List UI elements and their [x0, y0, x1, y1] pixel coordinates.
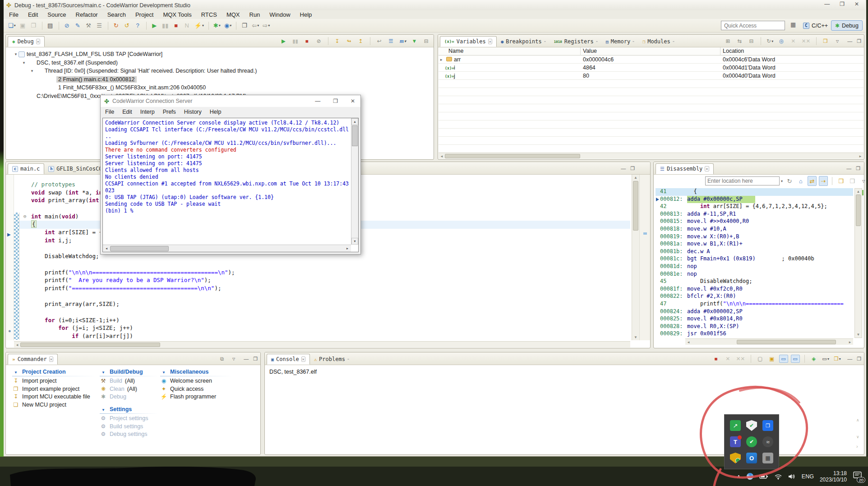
console-toolbar-icon[interactable]: ▭▾: [821, 355, 830, 363]
console-toolbar-icon[interactable]: ▢: [756, 355, 765, 363]
disassembly-toolbar-icon[interactable]: ⇢: [819, 176, 828, 186]
toolbar-icon[interactable]: ❐: [240, 21, 249, 31]
toolbar-icon[interactable]: ☰: [95, 21, 104, 31]
tray-icon[interactable]: ❐: [762, 420, 773, 431]
variables-panel-tab[interactable]: (x)= Variables ✕: [440, 36, 497, 47]
commander-item[interactable]: Flash programmer: [160, 393, 232, 401]
notification-center-icon[interactable]: 20: [853, 471, 864, 482]
speaker-icon[interactable]: [788, 473, 796, 480]
location-input[interactable]: [705, 176, 780, 185]
commander-item[interactable]: Clean (All): [100, 385, 158, 393]
minimize-button[interactable]: —: [824, 1, 830, 7]
close-icon[interactable]: ✕: [36, 39, 40, 44]
close-icon[interactable]: [633, 41, 634, 42]
scrollbar-thumb[interactable]: [856, 194, 861, 226]
variables-toolbar-icon[interactable]: ✕✕: [801, 37, 812, 45]
menu-item[interactable]: Window: [269, 11, 290, 18]
debug-tree-row[interactable]: 2 Fmain() main.c:41 0x000812: [7, 75, 433, 84]
tcl-console[interactable]: CodeWarrior Connection Server console di…: [102, 118, 359, 252]
maximize-button[interactable]: ❐: [840, 1, 845, 7]
dialog-vertical-scrollbar[interactable]: ▲ ▼: [351, 118, 358, 245]
toolbar-icon[interactable]: [108, 22, 108, 30]
close-icon[interactable]: ✕: [49, 356, 53, 362]
commander-item[interactable]: Import example project: [12, 385, 96, 393]
column-location[interactable]: Location: [723, 48, 744, 54]
tray-icon[interactable]: ≈: [762, 436, 773, 447]
console-toolbar-icon[interactable]: ▭: [791, 355, 800, 363]
view-menu-icon[interactable]: ▽: [229, 355, 238, 363]
toolbar-icon[interactable]: ▶: [150, 21, 159, 31]
debug-toolbar-icon[interactable]: ↧: [333, 37, 342, 45]
commander-item[interactable]: Build/Debug: [100, 368, 158, 376]
toolbar-icon[interactable]: ↺: [123, 21, 132, 31]
menu-item[interactable]: File: [9, 11, 18, 18]
tray-security-icon[interactable]: [747, 473, 753, 480]
disassembly-toolbar-icon[interactable]: [832, 177, 832, 185]
menu-item[interactable]: Run: [249, 11, 260, 18]
language-indicator[interactable]: ENG: [802, 473, 814, 480]
console-toolbar-icon[interactable]: ✕✕: [735, 355, 746, 363]
variable-row[interactable]: ▸ arr 0x000004c6 0x0004c6'Data Word: [439, 56, 863, 64]
column-value[interactable]: Value: [583, 48, 597, 54]
editor-marker-gutter[interactable]: [6, 175, 14, 340]
tcl-console-output[interactable]: CodeWarrior Connection Server console di…: [105, 120, 349, 244]
dialog-menu-item[interactable]: File: [105, 109, 114, 115]
toolbar-icon[interactable]: ■: [172, 21, 181, 31]
disassembly-listing[interactable]: 41 {000812:adda #0x00000c,SP42 int arr[S…: [656, 188, 853, 338]
perspective-grid-icon[interactable]: ▦: [790, 21, 796, 28]
scrollbar-thumb[interactable]: [352, 125, 358, 146]
tray-icon[interactable]: ▦: [762, 453, 773, 463]
toolbar-icon[interactable]: ▮▮: [161, 21, 170, 31]
toolbar-icon[interactable]: ▣: [18, 21, 28, 31]
console-scrollbar[interactable]: ∧ ∨ ›: [855, 370, 861, 450]
console-toolbar-icon[interactable]: ■: [712, 355, 721, 363]
commander-toolbar-icon[interactable]: ⧉: [217, 355, 226, 363]
menu-item[interactable]: Search: [107, 11, 126, 18]
toolbar-icon[interactable]: ❏▾: [7, 21, 17, 31]
variables-toolbar-icon[interactable]: [816, 37, 817, 45]
dialog-horizontal-scrollbar[interactable]: ◂ ▸: [103, 245, 351, 252]
maximize-panel-icon[interactable]: ❐: [630, 166, 635, 171]
console-toolbar-icon[interactable]: ✕: [724, 355, 733, 363]
debug-toolbar-icon[interactable]: ⊘: [314, 37, 323, 45]
toolbar-icon[interactable]: ❐: [29, 21, 38, 31]
menu-item[interactable]: Refactor: [76, 11, 98, 18]
toolbar-icon[interactable]: [42, 22, 42, 30]
tray-icon[interactable]: ✔: [746, 436, 757, 447]
scrollbar-thumb[interactable]: [110, 246, 169, 251]
variables-panel-tab[interactable]: ● Breakpoints: [497, 36, 550, 47]
debug-tree-row[interactable]: 1 Finit_MC56F83xx_() MC56F83xx_init.asm:…: [7, 83, 433, 92]
toolbar-icon[interactable]: [236, 22, 236, 30]
menu-item[interactable]: MQX: [226, 11, 240, 18]
commander-item[interactable]: Build (All): [100, 377, 158, 385]
editor-vertical-scrollbar[interactable]: ▲ ▼: [632, 175, 639, 340]
variables-toolbar-icon[interactable]: ◎: [777, 37, 786, 45]
dialog-menu-item[interactable]: History: [184, 109, 202, 115]
dialog-menu-item[interactable]: Interp: [140, 109, 155, 115]
close-icon[interactable]: ✕: [705, 166, 709, 171]
dialog-titlebar[interactable]: ✤ CodeWarrior Connection Server — ❐ ✕: [101, 95, 360, 107]
commander-item[interactable]: Debug: [100, 393, 158, 401]
scrollbar-thumb[interactable]: [445, 154, 580, 158]
tab-debug[interactable]: ✱ Debug ✕: [8, 36, 45, 47]
toolbar-icon[interactable]: ⚡▾: [194, 21, 205, 31]
debug-tree-row[interactable]: ▾ Thread [ID: 0x0] (Suspended: Signal 'H…: [7, 67, 433, 75]
tab-disassembly[interactable]: ☰ Disassembly ✕: [656, 163, 714, 174]
variables-toolbar-icon[interactable]: ❒: [821, 37, 830, 45]
debug-toolbar-icon[interactable]: ■: [303, 37, 312, 45]
tray-overflow-chevron-icon[interactable]: ∧: [737, 473, 741, 480]
taskbar-clock[interactable]: 13:18 2023/10/10: [820, 470, 847, 483]
toolbar-icon[interactable]: ✎: [74, 21, 83, 31]
menu-item[interactable]: MQX Tools: [163, 11, 191, 18]
minimize-panel-icon[interactable]: —: [847, 356, 852, 362]
scrollbar-thumb[interactable]: [633, 181, 638, 231]
commander-item[interactable]: Import MCU executable file: [12, 393, 96, 401]
variable-row[interactable]: (x)= j 80 0x0004d0'Data Word: [439, 72, 863, 80]
menu-item[interactable]: Project: [135, 11, 153, 18]
toolbar-icon[interactable]: N: [183, 21, 192, 31]
disassembly-toolbar-icon[interactable]: ⌂: [796, 176, 805, 186]
editor-tab[interactable]: c main.c: [8, 163, 44, 174]
tray-icon[interactable]: [730, 453, 741, 463]
row-expander-icon[interactable]: ▸: [439, 57, 445, 62]
disassembly-toolbar-icon[interactable]: ↻: [785, 176, 794, 186]
